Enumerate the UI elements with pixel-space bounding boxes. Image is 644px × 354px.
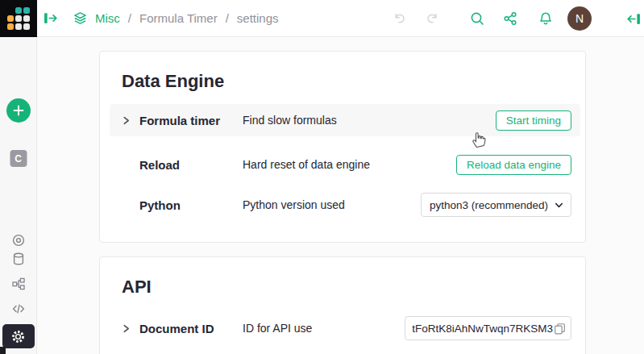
database-icon[interactable] <box>11 252 26 266</box>
python-version-select[interactable]: python3 (recommended) <box>421 193 571 217</box>
section-data-engine: Data Engine Formula timer Find slow form… <box>99 51 586 243</box>
row-reload: Reload Hard reset of data engine Reload … <box>110 148 580 181</box>
gear-icon <box>10 329 26 344</box>
add-new-button[interactable] <box>6 98 31 123</box>
start-timing-button[interactable]: Start timing <box>496 110 571 131</box>
python-version-value: python3 (recommended) <box>430 199 548 211</box>
row-description: ID for API use <box>243 322 312 335</box>
breadcrumb-page: settings <box>237 11 279 25</box>
row-description: Hard reset of data engine <box>243 158 370 171</box>
code-icon[interactable] <box>11 302 26 316</box>
breadcrumb: Misc / Formula Timer / settings <box>91 11 283 25</box>
doc-badge[interactable]: C <box>10 150 27 167</box>
row-label: Formula timer <box>139 114 243 127</box>
breadcrumb-separator: / <box>128 11 131 25</box>
avatar[interactable]: N <box>567 6 592 31</box>
expand-panel-icon[interactable] <box>44 11 57 25</box>
gif-artifact <box>0 347 6 354</box>
widgets-icon[interactable] <box>11 277 26 291</box>
row-label: Document ID <box>139 322 243 335</box>
breadcrumb-document[interactable]: Formula Timer <box>139 11 218 25</box>
left-toolbar: C <box>0 37 37 354</box>
section-title: Data Engine <box>122 71 224 92</box>
section-title: API <box>122 277 152 298</box>
search-icon[interactable] <box>470 11 484 26</box>
eye-icon[interactable] <box>11 233 26 248</box>
layers-icon[interactable] <box>73 11 87 25</box>
collapse-right-icon[interactable] <box>627 12 641 26</box>
row-description: Python version used <box>243 198 345 211</box>
grist-logo-grid <box>7 7 30 30</box>
redo-icon[interactable] <box>426 11 440 26</box>
share-icon[interactable] <box>503 11 517 26</box>
sidebar-item-settings-active[interactable] <box>2 324 35 348</box>
reload-data-engine-button[interactable]: Reload data engine <box>456 155 571 175</box>
avatar-initial: N <box>575 12 584 25</box>
copy-icon[interactable] <box>554 323 566 335</box>
settings-page: Data Engine Formula timer Find slow form… <box>37 37 644 354</box>
row-document-id[interactable]: Document ID ID for API use tFoRtK8iAhNwT… <box>110 312 580 344</box>
chevron-right-icon[interactable] <box>122 116 131 125</box>
undo-icon[interactable] <box>392 11 406 26</box>
top-bar: Misc / Formula Timer / settings <box>0 0 644 37</box>
row-label: Python <box>139 198 243 212</box>
breadcrumb-workspace[interactable]: Misc <box>95 11 120 25</box>
bell-icon[interactable] <box>538 11 553 26</box>
row-python: Python Python version used python3 (reco… <box>110 189 580 221</box>
breadcrumb-separator: / <box>226 11 229 25</box>
row-description: Find slow formulas <box>243 114 337 127</box>
section-api: API Document ID ID for API use tFoRtK8iA… <box>99 256 586 354</box>
row-formula-timer[interactable]: Formula timer Find slow formulas Start t… <box>110 104 580 136</box>
chevron-right-icon[interactable] <box>122 324 131 333</box>
grist-logo[interactable] <box>0 0 37 37</box>
chevron-down-icon <box>555 201 563 210</box>
app-window: Misc / Formula Timer / settings <box>0 0 644 354</box>
row-label: Reload <box>139 158 243 172</box>
document-id-box: tFoRtK8iAhNwTwqn7RKSM3 <box>405 316 571 340</box>
doc-badge-letter: C <box>15 153 22 165</box>
document-id-value: tFoRtK8iAhNwTwqn7RKSM3 <box>412 323 553 335</box>
